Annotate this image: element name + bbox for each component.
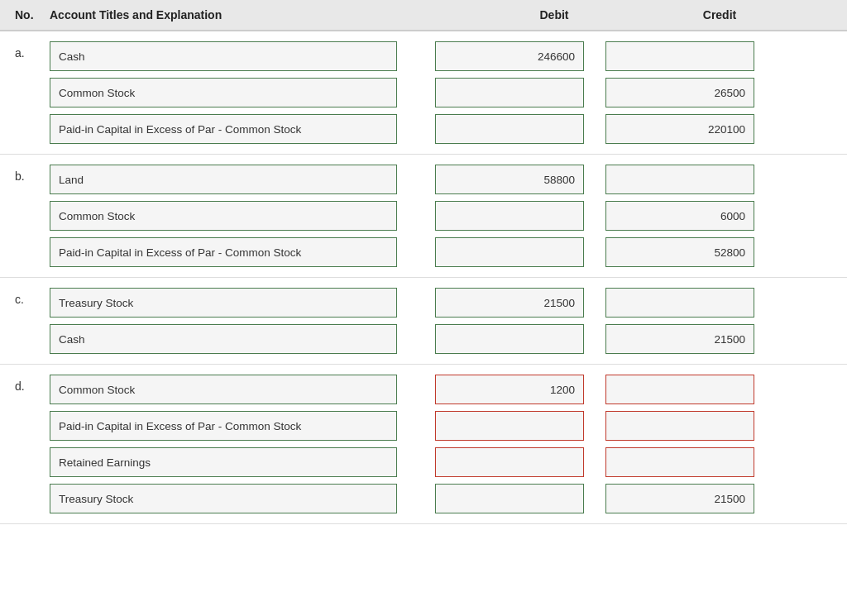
section-label-b: b.: [0, 161, 50, 183]
table-row: Common Stock1200: [50, 375, 847, 404]
debit-field[interactable]: [435, 324, 584, 354]
debit-field[interactable]: [435, 484, 584, 513]
debit-field[interactable]: [435, 78, 584, 107]
account-title-field[interactable]: Retained Earnings: [50, 447, 397, 477]
debit-field[interactable]: 58800: [435, 165, 584, 194]
account-title-field[interactable]: Common Stock: [50, 78, 397, 107]
credit-field[interactable]: [605, 41, 754, 71]
header-no: No.: [0, 8, 50, 21]
table-header: No. Account Titles and Explanation Debit…: [0, 0, 847, 31]
section-a: a.Cash246600Common Stock26500Paid-in Cap…: [0, 31, 847, 155]
table-row: Common Stock26500: [50, 78, 847, 107]
account-title-field[interactable]: Common Stock: [50, 201, 397, 231]
credit-field[interactable]: 26500: [605, 78, 754, 107]
section-label-a: a.: [0, 38, 50, 60]
account-title-field[interactable]: Treasury Stock: [50, 288, 397, 318]
credit-field[interactable]: 21500: [605, 324, 754, 354]
section-rows-d: Common Stock1200Paid-in Capital in Exces…: [50, 371, 847, 517]
debit-field[interactable]: [435, 447, 584, 477]
section-rows-a: Cash246600Common Stock26500Paid-in Capit…: [50, 38, 847, 147]
table-row: Cash246600: [50, 41, 847, 71]
account-title-field[interactable]: Cash: [50, 41, 397, 71]
debit-field[interactable]: 1200: [435, 375, 584, 404]
account-title-field[interactable]: Paid-in Capital in Excess of Par - Commo…: [50, 411, 397, 441]
account-title-field[interactable]: Land: [50, 165, 397, 194]
account-title-field[interactable]: Common Stock: [50, 375, 397, 404]
account-title-field[interactable]: Paid-in Capital in Excess of Par - Commo…: [50, 237, 397, 267]
section-label-d: d.: [0, 371, 50, 393]
debit-field[interactable]: [435, 201, 584, 231]
table-row: Paid-in Capital in Excess of Par - Commo…: [50, 237, 847, 267]
table-row: Land58800: [50, 165, 847, 194]
header-debit: Debit: [471, 8, 637, 21]
debit-field[interactable]: 246600: [435, 41, 584, 71]
credit-field[interactable]: 220100: [605, 114, 754, 144]
credit-field[interactable]: [605, 411, 754, 441]
section-b: b.Land58800Common Stock6000Paid-in Capit…: [0, 155, 847, 278]
table-row: Retained Earnings: [50, 447, 847, 477]
credit-field[interactable]: [605, 165, 754, 194]
credit-field[interactable]: [605, 375, 754, 404]
account-title-field[interactable]: Treasury Stock: [50, 484, 397, 513]
header-credit: Credit: [637, 8, 802, 21]
sections-container: a.Cash246600Common Stock26500Paid-in Cap…: [0, 31, 847, 524]
section-rows-b: Land58800Common Stock6000Paid-in Capital…: [50, 161, 847, 270]
debit-field[interactable]: [435, 114, 584, 144]
section-d: d.Common Stock1200Paid-in Capital in Exc…: [0, 365, 847, 524]
table-row: Treasury Stock21500: [50, 288, 847, 318]
credit-field[interactable]: 6000: [605, 201, 754, 231]
debit-field[interactable]: [435, 411, 584, 441]
account-title-field[interactable]: Paid-in Capital in Excess of Par - Commo…: [50, 114, 397, 144]
credit-field[interactable]: 52800: [605, 237, 754, 267]
credit-field[interactable]: 21500: [605, 484, 754, 513]
table-row: Cash21500: [50, 324, 847, 354]
section-c: c.Treasury Stock21500Cash21500: [0, 278, 847, 365]
credit-field[interactable]: [605, 447, 754, 477]
table-row: Common Stock6000: [50, 201, 847, 231]
account-title-field[interactable]: Cash: [50, 324, 397, 354]
header-title: Account Titles and Explanation: [50, 8, 471, 21]
journal-table: No. Account Titles and Explanation Debit…: [0, 0, 847, 616]
credit-field[interactable]: [605, 288, 754, 318]
table-row: Treasury Stock21500: [50, 484, 847, 513]
debit-field[interactable]: 21500: [435, 288, 584, 318]
table-row: Paid-in Capital in Excess of Par - Commo…: [50, 114, 847, 144]
section-label-c: c.: [0, 284, 50, 306]
debit-field[interactable]: [435, 237, 584, 267]
section-rows-c: Treasury Stock21500Cash21500: [50, 284, 847, 357]
table-row: Paid-in Capital in Excess of Par - Commo…: [50, 411, 847, 441]
